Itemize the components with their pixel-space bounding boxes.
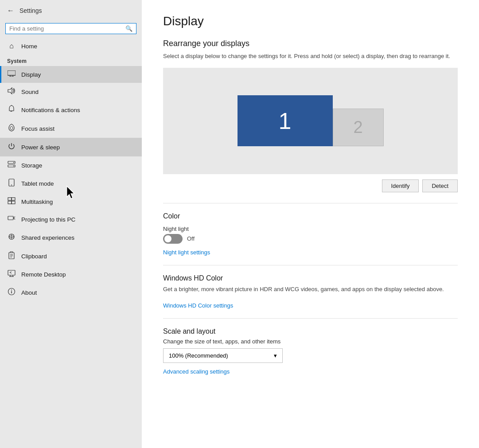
- sidebar-item-notifications-label: Notifications & actions: [21, 107, 80, 113]
- scale-dropdown[interactable]: 100% (Recommended) ▾: [163, 348, 283, 363]
- page-title: Display: [163, 14, 458, 28]
- sidebar-item-storage-label: Storage: [21, 162, 42, 169]
- monitor-1[interactable]: 1: [238, 95, 333, 146]
- sidebar-item-focus-assist[interactable]: Focus assist: [0, 119, 142, 138]
- night-light-toggle[interactable]: [163, 234, 183, 244]
- search-input[interactable]: [9, 25, 125, 32]
- sidebar-item-multitasking-label: Multitasking: [21, 199, 53, 205]
- svg-point-10: [11, 185, 12, 186]
- sidebar-item-home[interactable]: ⌂ Home: [0, 38, 142, 55]
- scale-dropdown-value: 100% (Recommended): [169, 352, 228, 359]
- sidebar-item-remote-desktop-label: Remote Desktop: [21, 271, 66, 278]
- divider-3: [163, 318, 458, 319]
- svg-point-7: [13, 162, 14, 163]
- sidebar-item-about[interactable]: About: [0, 283, 142, 302]
- sidebar-item-shared-experiences[interactable]: Shared experiences: [0, 228, 142, 247]
- remote-desktop-icon: [7, 270, 16, 279]
- sidebar-item-power-sleep[interactable]: Power & sleep: [0, 138, 142, 156]
- sidebar-item-notifications[interactable]: Notifications & actions: [0, 101, 142, 119]
- multitasking-icon: [7, 197, 16, 206]
- shared-experiences-icon: [7, 233, 16, 242]
- sidebar-item-storage[interactable]: Storage: [0, 156, 142, 174]
- display-buttons: Identify Detect: [163, 179, 458, 192]
- rearrange-section-desc: Select a display below to change the set…: [163, 52, 458, 61]
- storage-icon: [7, 161, 16, 170]
- sidebar-item-home-label: Home: [21, 43, 37, 50]
- sidebar-item-about-label: About: [21, 289, 37, 296]
- about-icon: [7, 288, 16, 297]
- svg-rect-13: [8, 201, 12, 204]
- sidebar-item-shared-experiences-label: Shared experiences: [21, 234, 74, 241]
- svg-rect-12: [12, 198, 15, 200]
- advanced-scaling-link[interactable]: Advanced scaling settings: [163, 368, 230, 375]
- home-icon: ⌂: [7, 42, 16, 50]
- clipboard-icon: [7, 251, 16, 261]
- svg-rect-0: [8, 70, 16, 75]
- night-light-container: Night light Off Night light settings: [163, 226, 458, 256]
- night-light-label: Night light: [163, 226, 458, 232]
- system-section-label: System: [0, 55, 142, 66]
- search-box[interactable]: 🔍: [5, 23, 136, 34]
- focus-assist-icon: [7, 124, 16, 133]
- hd-color-desc: Get a brighter, more vibrant picture in …: [163, 285, 458, 294]
- sidebar: ← Settings 🔍 ⌂ Home System Display: [0, 0, 142, 448]
- sidebar-item-clipboard-label: Clipboard: [21, 253, 47, 260]
- svg-line-17: [13, 218, 15, 219]
- svg-line-16: [13, 217, 15, 218]
- sidebar-item-sound[interactable]: Sound: [0, 83, 142, 101]
- svg-point-8: [13, 166, 14, 167]
- hd-color-title: Windows HD Color: [163, 274, 458, 282]
- color-section-title: Color: [163, 212, 458, 220]
- tablet-icon: [7, 179, 16, 188]
- svg-point-32: [11, 290, 12, 291]
- rearrange-section-title: Rearrange your displays: [163, 39, 458, 48]
- scale-layout-title: Scale and layout: [163, 327, 458, 335]
- identify-button[interactable]: Identify: [382, 179, 419, 192]
- scale-change-label: Change the size of text, apps, and other…: [163, 338, 458, 345]
- sidebar-item-sound-label: Sound: [21, 89, 39, 95]
- back-button[interactable]: ←: [7, 7, 14, 15]
- sound-icon: [7, 87, 16, 96]
- divider-1: [163, 203, 458, 203]
- sidebar-item-tablet-mode-label: Tablet mode: [21, 180, 54, 187]
- power-icon: [7, 142, 16, 152]
- sidebar-item-remote-desktop[interactable]: Remote Desktop: [0, 265, 142, 283]
- sidebar-item-focus-assist-label: Focus assist: [21, 125, 55, 132]
- chevron-down-icon: ▾: [274, 352, 277, 359]
- display-preview-area: 1 2: [163, 68, 458, 174]
- svg-marker-4: [8, 88, 12, 94]
- detect-button[interactable]: Detect: [422, 179, 458, 192]
- svg-rect-11: [8, 198, 12, 200]
- projecting-icon: [7, 215, 16, 224]
- display-icon: [7, 70, 16, 78]
- sidebar-item-multitasking[interactable]: Multitasking: [0, 193, 142, 210]
- night-light-state: Off: [187, 235, 195, 242]
- svg-line-28: [10, 272, 12, 273]
- svg-rect-14: [12, 201, 15, 204]
- sidebar-item-projecting-label: Projecting to this PC: [21, 216, 75, 223]
- main-content: Display Rearrange your displays Select a…: [142, 0, 479, 448]
- sidebar-item-projecting[interactable]: Projecting to this PC: [0, 210, 142, 228]
- notifications-icon: [7, 105, 16, 115]
- sidebar-item-power-sleep-label: Power & sleep: [21, 144, 60, 151]
- hd-color-settings-link[interactable]: Windows HD Color settings: [163, 302, 233, 309]
- sidebar-item-display[interactable]: Display: [0, 66, 142, 83]
- sidebar-item-clipboard[interactable]: Clipboard: [0, 247, 142, 265]
- sidebar-item-display-label: Display: [21, 71, 41, 78]
- night-light-settings-link[interactable]: Night light settings: [163, 249, 210, 256]
- title-bar: ← Settings: [0, 0, 142, 21]
- search-icon[interactable]: 🔍: [125, 25, 132, 32]
- app-title: Settings: [19, 7, 42, 14]
- divider-2: [163, 265, 458, 265]
- monitor-container: 1 2: [238, 95, 384, 146]
- night-light-toggle-row: Off: [163, 234, 458, 244]
- monitor-2[interactable]: 2: [333, 109, 384, 146]
- svg-rect-24: [8, 270, 15, 275]
- sidebar-item-tablet-mode[interactable]: Tablet mode: [0, 174, 142, 193]
- svg-line-29: [10, 273, 12, 273]
- svg-rect-15: [8, 216, 13, 220]
